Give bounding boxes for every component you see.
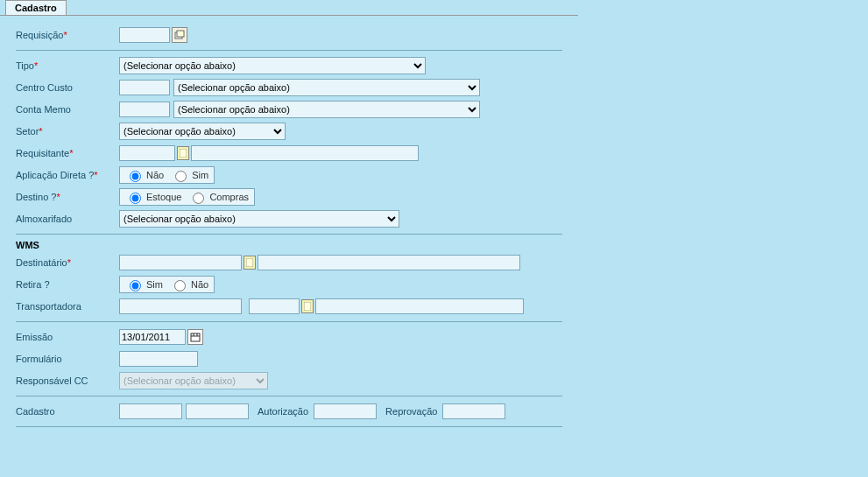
section-wms-title: WMS	[16, 240, 562, 250]
label-cadastro: Cadastro	[16, 406, 119, 417]
retira-nao[interactable]: Não	[170, 277, 208, 291]
label-requisitante: Requisitante*	[16, 148, 119, 158]
label-reprovacao: Reprovação	[385, 406, 437, 417]
destinatario-code-input[interactable]	[119, 255, 242, 270]
conta-memo-code-input[interactable]	[119, 102, 170, 117]
requisicao-input[interactable]	[119, 27, 170, 43]
tab-cadastro[interactable]: Cadastro	[5, 0, 67, 16]
lookup-destinatario-icon[interactable]	[243, 256, 256, 270]
lookup-requisitante-icon[interactable]	[177, 146, 189, 160]
responsavel-cc-select: (Selecionar opção abaixo)	[119, 372, 268, 389]
requisitante-name-input[interactable]	[191, 145, 419, 161]
label-formulario: Formulário	[16, 354, 119, 364]
label-emissao: Emissão	[16, 332, 119, 342]
transportadora-code2-input[interactable]	[249, 298, 300, 314]
retira-sim[interactable]: Sim	[125, 277, 163, 291]
lookup-requisicao-icon[interactable]	[172, 27, 187, 43]
label-autorizacao: Autorização	[258, 406, 308, 417]
destino-estoque[interactable]: Estoque	[125, 190, 181, 204]
label-centro-custo: Centro Custo	[16, 82, 119, 93]
label-requisicao: Requisição*	[16, 30, 119, 40]
tipo-select[interactable]: (Selecionar opção abaixo)	[119, 57, 426, 74]
conta-memo-select[interactable]: (Selecionar opção abaixo)	[173, 101, 480, 118]
destino-compras[interactable]: Compras	[188, 190, 249, 204]
destinatario-name-input[interactable]	[258, 255, 520, 270]
aplicacao-direta-nao[interactable]: Não	[125, 168, 164, 182]
aplicacao-direta-sim[interactable]: Sim	[171, 168, 208, 182]
label-transportadora: Transportadora	[16, 301, 119, 312]
retira-group: Sim Não	[119, 276, 215, 293]
tab-title: Cadastro	[15, 3, 57, 13]
svg-rect-1	[177, 31, 184, 37]
cadastro-v1-input[interactable]	[119, 403, 182, 419]
aplicacao-direta-group: Não Sim	[119, 166, 215, 184]
reprovacao-input[interactable]	[442, 403, 505, 419]
calendar-emissao-icon[interactable]	[187, 329, 203, 345]
requisitante-code-input[interactable]	[119, 145, 175, 161]
transportadora-code1-input[interactable]	[119, 298, 242, 314]
svg-rect-5	[191, 333, 200, 341]
label-retira: Retira ?	[16, 279, 119, 290]
lookup-transportadora-icon[interactable]	[301, 299, 314, 313]
label-conta-memo: Conta Memo	[16, 104, 119, 115]
formulario-input[interactable]	[119, 351, 198, 367]
transportadora-name-input[interactable]	[315, 298, 524, 314]
centro-custo-code-input[interactable]	[119, 80, 170, 95]
almoxarifado-select[interactable]: (Selecionar opção abaixo)	[119, 210, 399, 228]
centro-custo-select[interactable]: (Selecionar opção abaixo)	[173, 79, 480, 96]
label-destino: Destino ?*	[16, 192, 119, 202]
label-tipo: Tipo*	[16, 60, 119, 71]
setor-select[interactable]: (Selecionar opção abaixo)	[119, 123, 286, 140]
svg-rect-2	[180, 149, 187, 158]
label-setor: Setor*	[16, 126, 119, 137]
svg-rect-3	[246, 258, 253, 267]
label-responsavel-cc: Responsável CC	[16, 375, 119, 386]
label-aplicacao-direta: Aplicação Direta ?*	[16, 170, 119, 180]
svg-rect-4	[304, 302, 311, 311]
destino-group: Estoque Compras	[119, 188, 255, 206]
label-destinatario: Destinatário*	[16, 257, 119, 268]
emissao-input[interactable]	[119, 329, 186, 345]
autorizacao-input[interactable]	[314, 403, 377, 419]
label-almoxarifado: Almoxarifado	[16, 214, 119, 224]
cadastro-v2-input[interactable]	[186, 403, 249, 419]
